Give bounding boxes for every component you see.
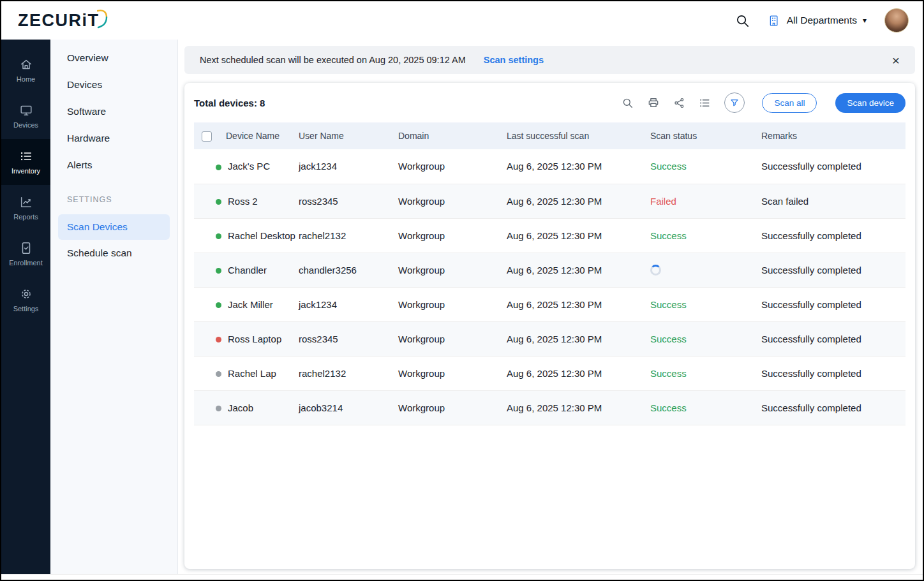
table-row[interactable]: Chandler chandler3256 Workgroup Aug 6, 2…: [194, 253, 905, 287]
scan-status: Success: [650, 161, 687, 172]
table-row[interactable]: Jack's PC jack1234 Workgroup Aug 6, 2025…: [194, 149, 905, 184]
devices-table: Device Name User Name Domain Last succes…: [194, 122, 905, 425]
col-scan-status: Scan status: [650, 122, 761, 149]
enrollment-icon: [19, 241, 33, 255]
departments-dropdown[interactable]: All Departments ▾: [768, 14, 867, 27]
nav-item-inventory[interactable]: Inventory: [1, 139, 50, 185]
col-domain: Domain: [398, 122, 507, 149]
user-name-cell: ross2345: [299, 321, 398, 356]
scan-status: Success: [650, 334, 687, 344]
row-select-cell: [194, 321, 216, 356]
remarks-cell: Successfully completed: [761, 149, 905, 184]
main-content: Next scheduled scan will be executed on …: [178, 40, 923, 574]
app-logo[interactable]: ZECURiT: [18, 11, 108, 31]
scan-status-cell: Success: [650, 287, 761, 321]
print-button[interactable]: [647, 96, 660, 109]
user-name-cell: jack1234: [299, 149, 398, 184]
reports-icon: [19, 195, 33, 209]
device-name: Rachel Desktop: [228, 230, 295, 241]
chevron-down-icon: ▾: [863, 16, 867, 25]
nav-item-enrollment[interactable]: Enrollment: [1, 231, 50, 277]
remarks-cell: Successfully completed: [761, 218, 905, 253]
remarks-cell: Successfully completed: [761, 390, 905, 425]
list-view-button[interactable]: [699, 97, 711, 109]
table-row[interactable]: Ross 2 ross2345 Workgroup Aug 6, 2025 12…: [194, 184, 905, 218]
last-scan-cell: Aug 6, 2025 12:30 PM: [507, 356, 650, 390]
row-select-cell: [194, 149, 216, 184]
filter-button[interactable]: [724, 92, 745, 113]
sidebar-item-scan-devices[interactable]: Scan Devices: [58, 214, 170, 240]
row-select-cell: [194, 287, 216, 321]
app-body: Home Devices Inventory Reports: [1, 40, 923, 574]
last-scan-cell: Aug 6, 2025 12:30 PM: [507, 321, 650, 356]
select-all-cell: [194, 122, 216, 149]
banner-message: Next scheduled scan will be executed on …: [200, 55, 466, 65]
banner-close-button[interactable]: ×: [892, 54, 900, 67]
nav-item-home[interactable]: Home: [1, 47, 50, 93]
scan-status: Success: [650, 299, 687, 310]
nav-item-reports[interactable]: Reports: [1, 185, 50, 231]
table-search-button[interactable]: [622, 97, 634, 109]
departments-label: All Departments: [787, 15, 857, 26]
scan-status-cell: [650, 253, 761, 287]
table-body: Jack's PC jack1234 Workgroup Aug 6, 2025…: [194, 149, 905, 425]
user-name-cell: ross2345: [299, 184, 398, 218]
user-name-cell: jacob3214: [299, 390, 398, 425]
share-icon: [673, 97, 685, 109]
horizontal-scrollbar[interactable]: [1, 574, 923, 580]
col-last-scan: Last successful scan: [507, 122, 650, 149]
scan-all-button[interactable]: Scan all: [762, 93, 817, 113]
remarks-cell: Successfully completed: [761, 253, 905, 287]
last-scan-cell: Aug 6, 2025 12:30 PM: [507, 149, 650, 184]
domain-cell: Workgroup: [398, 390, 507, 425]
sidebar-item-schedule-scan[interactable]: Schedule scan: [50, 240, 177, 267]
inventory-sidebar: Overview Devices Software Hardware Alert…: [50, 40, 178, 574]
row-select-cell: [194, 253, 216, 287]
device-name-cell: Chandler: [216, 253, 299, 287]
sidebar-item-devices[interactable]: Devices: [50, 71, 177, 98]
nav-item-devices[interactable]: Devices: [1, 93, 50, 139]
device-name: Jacob: [228, 402, 253, 413]
share-button[interactable]: [673, 97, 685, 109]
search-button[interactable]: [735, 13, 750, 28]
app-window: ZECURiT All Depa: [0, 0, 924, 581]
device-name-cell: Jacob: [216, 390, 299, 425]
col-remarks: Remarks: [761, 122, 905, 149]
search-icon: [622, 97, 634, 109]
table-row[interactable]: Ross Laptop ross2345 Workgroup Aug 6, 20…: [194, 321, 905, 356]
scan-status-cell: Success: [650, 390, 761, 425]
user-name-cell: chandler3256: [299, 253, 398, 287]
sidebar-item-alerts[interactable]: Alerts: [50, 152, 177, 179]
last-scan-cell: Aug 6, 2025 12:30 PM: [507, 184, 650, 218]
card-header: Total devices: 8: [194, 83, 905, 122]
device-name-cell: Ross Laptop: [216, 321, 299, 356]
select-all-checkbox[interactable]: [202, 131, 212, 142]
nav-item-settings[interactable]: Settings: [1, 277, 50, 323]
loading-spinner-icon: [650, 265, 661, 276]
sidebar-item-software[interactable]: Software: [50, 98, 177, 125]
device-status-dot: [216, 233, 221, 239]
nav-item-label: Inventory: [11, 167, 40, 175]
home-icon: [19, 57, 33, 71]
domain-cell: Workgroup: [398, 321, 507, 356]
device-name-cell: Jack's PC: [216, 149, 299, 184]
device-name: Rachel Lap: [228, 368, 276, 379]
table-row[interactable]: Jack Miller jack1234 Workgroup Aug 6, 20…: [194, 287, 905, 321]
user-avatar[interactable]: [884, 8, 909, 33]
scan-settings-link[interactable]: Scan settings: [484, 55, 544, 65]
domain-cell: Workgroup: [398, 287, 507, 321]
remarks-cell: Successfully completed: [761, 321, 905, 356]
remarks-cell: Successfully completed: [761, 287, 905, 321]
scan-device-button[interactable]: Scan device: [835, 93, 905, 113]
building-icon: [768, 14, 781, 27]
row-select-cell: [194, 390, 216, 425]
table-row[interactable]: Rachel Desktop rachel2132 Workgroup Aug …: [194, 218, 905, 253]
sidebar-item-overview[interactable]: Overview: [50, 45, 177, 71]
table-row[interactable]: Jacob jacob3214 Workgroup Aug 6, 2025 12…: [194, 390, 905, 425]
device-status-dot: [216, 371, 221, 377]
table-row[interactable]: Rachel Lap rachel2132 Workgroup Aug 6, 2…: [194, 356, 905, 390]
device-status-dot: [216, 302, 221, 308]
sidebar-item-hardware[interactable]: Hardware: [50, 125, 177, 152]
row-select-cell: [194, 356, 216, 390]
scan-status: Success: [650, 368, 687, 379]
